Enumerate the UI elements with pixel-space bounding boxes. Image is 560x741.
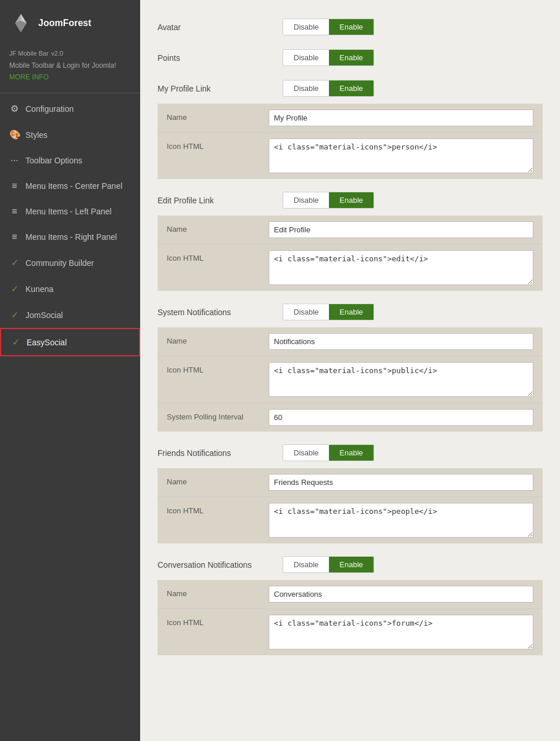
conversation-notifications-icon-textarea[interactable]: <i class="material-icons">forum</i> (269, 615, 533, 649)
my-profile-icon-textarea[interactable]: <i class="material-icons">person</i> (269, 138, 533, 173)
system-notifications-subpanel: Name Icon HTML <i class="material-icons"… (158, 327, 543, 432)
my-profile-link-label: My Profile Link (158, 84, 273, 93)
system-notifications-toggle[interactable]: Disable Enable (283, 304, 374, 320)
sidebar-item-label: Toolbar Options (25, 156, 82, 165)
points-disable-btn[interactable]: Disable (283, 50, 329, 65)
sidebar-item-jomsocial[interactable]: ✓ JomSocial (0, 302, 140, 328)
system-notifications-icon-textarea[interactable]: <i class="material-icons">public</i> (269, 362, 533, 397)
friends-notifications-row: Friends Notifications Disable Enable (158, 437, 543, 468)
palette-icon: 🎨 (9, 129, 20, 140)
system-polling-interval-input[interactable] (269, 409, 533, 426)
edit-profile-icon-row: Icon HTML <i class="material-icons">edit… (158, 244, 543, 291)
points-row: Points Disable Enable (158, 42, 543, 73)
conversation-notifications-disable-btn[interactable]: Disable (283, 557, 329, 572)
friends-notifications-disable-btn[interactable]: Disable (283, 445, 329, 461)
sidebar-item-label: Menu Items - Left Panel (25, 207, 112, 216)
sidebar: JoomForest JF Mobile Bar v2.0 Mobile Too… (0, 0, 140, 741)
system-notifications-disable-btn[interactable]: Disable (283, 304, 329, 320)
my-profile-icon-label: Icon HTML (167, 138, 259, 151)
conversation-notifications-icon-label: Icon HTML (167, 615, 259, 627)
points-enable-btn[interactable]: Enable (329, 50, 373, 65)
avatar-disable-btn[interactable]: Disable (283, 19, 329, 35)
conversation-notifications-row: Conversation Notifications Disable Enabl… (158, 549, 543, 580)
conversation-notifications-subpanel: Name Icon HTML <i class="material-icons"… (158, 580, 543, 655)
sidebar-item-menu-items-left[interactable]: ≡ Menu Items - Left Panel (0, 199, 140, 224)
edit-profile-disable-btn[interactable]: Disable (283, 192, 329, 208)
my-profile-link-row: My Profile Link Disable Enable (158, 73, 543, 104)
conversation-notifications-name-input[interactable] (269, 586, 533, 603)
sidebar-item-community-builder[interactable]: ✓ Community Builder (0, 250, 140, 276)
edit-profile-name-row: Name (158, 216, 543, 244)
conversation-notifications-icon-row: Icon HTML <i class="material-icons">foru… (158, 609, 543, 655)
main-content: Avatar Disable Enable Points Disable Ena… (140, 0, 560, 741)
friends-notifications-icon-row: Icon HTML <i class="material-icons">peop… (158, 497, 543, 543)
points-label: Points (158, 53, 273, 63)
friends-notifications-icon-label: Icon HTML (167, 503, 259, 515)
edit-profile-enable-btn[interactable]: Enable (329, 192, 373, 208)
sidebar-item-label: Configuration (25, 104, 74, 114)
system-notifications-name-row: Name (158, 327, 543, 356)
sidebar-item-label: EasySocial (27, 338, 67, 347)
my-profile-link-subpanel: Name Icon HTML <i class="material-icons"… (158, 104, 543, 179)
sidebar-item-label: Menu Items - Center Panel (25, 181, 122, 191)
system-notifications-name-input[interactable] (269, 333, 533, 350)
sidebar-item-styles[interactable]: 🎨 Styles (0, 122, 140, 148)
sidebar-item-label: Kunena (25, 284, 53, 294)
sidebar-item-kunena[interactable]: ✓ Kunena (0, 276, 140, 302)
system-notifications-name-label: Name (167, 333, 259, 345)
system-notifications-enable-btn[interactable]: Enable (329, 304, 373, 320)
sidebar-logo: JoomForest (0, 0, 140, 41)
sidebar-item-toolbar-options[interactable]: ··· Toolbar Options (0, 148, 140, 173)
avatar-toggle[interactable]: Disable Enable (283, 19, 374, 35)
sidebar-item-menu-items-center[interactable]: ≡ Menu Items - Center Panel (0, 173, 140, 199)
conversation-notifications-enable-btn[interactable]: Enable (329, 557, 373, 572)
more-info-link[interactable]: MORE INFO (0, 71, 140, 90)
edit-profile-link-toggle[interactable]: Disable Enable (283, 192, 374, 209)
menu-icon: ≡ (9, 181, 20, 191)
friends-notifications-toggle[interactable]: Disable Enable (283, 444, 374, 461)
menu-icon: ≡ (9, 232, 20, 242)
friends-notifications-name-label: Name (167, 474, 259, 486)
avatar-row: Avatar Disable Enable (158, 12, 543, 42)
sidebar-item-menu-items-right[interactable]: ≡ Menu Items - Right Panel (0, 224, 140, 250)
sidebar-item-easysocial[interactable]: ✓ EasySocial (0, 328, 140, 356)
sidebar-item-label: Menu Items - Right Panel (25, 232, 117, 242)
conversation-notifications-name-row: Name (158, 580, 543, 609)
edit-profile-name-label: Name (167, 221, 259, 233)
edit-profile-name-input[interactable] (269, 221, 533, 238)
system-polling-interval-row: System Polling Interval (158, 403, 543, 432)
system-polling-interval-label: System Polling Interval (167, 409, 259, 421)
check-icon: ✓ (9, 309, 20, 320)
points-toggle[interactable]: Disable Enable (283, 49, 374, 66)
my-profile-name-input[interactable] (269, 109, 533, 126)
gear-icon: ⚙ (9, 103, 20, 114)
logo-icon (9, 12, 32, 35)
check-icon: ✓ (10, 337, 21, 348)
my-profile-link-toggle[interactable]: Disable Enable (283, 80, 374, 97)
avatar-enable-btn[interactable]: Enable (329, 19, 373, 35)
system-notifications-row: System Notifications Disable Enable (158, 297, 543, 327)
sidebar-item-label: Community Builder (25, 258, 94, 268)
check-icon: ✓ (9, 257, 20, 268)
friends-notifications-enable-btn[interactable]: Enable (329, 445, 373, 461)
conversation-notifications-toggle[interactable]: Disable Enable (283, 556, 374, 573)
my-profile-disable-btn[interactable]: Disable (283, 81, 329, 96)
logo-text: JoomForest (38, 18, 91, 28)
sidebar-item-configuration[interactable]: ⚙ Configuration (0, 96, 140, 122)
my-profile-enable-btn[interactable]: Enable (329, 81, 373, 96)
system-notifications-icon-row: Icon HTML <i class="material-icons">publ… (158, 356, 543, 403)
edit-profile-link-row: Edit Profile Link Disable Enable (158, 185, 543, 216)
my-profile-name-label: Name (167, 109, 259, 122)
friends-notifications-label: Friends Notifications (158, 448, 273, 458)
menu-icon: ≡ (9, 206, 20, 217)
sidebar-item-label: JomSocial (25, 311, 63, 320)
friends-notifications-name-input[interactable] (269, 474, 533, 491)
check-icon: ✓ (9, 283, 20, 294)
avatar-label: Avatar (158, 23, 273, 32)
sidebar-item-label: Styles (25, 130, 47, 140)
my-profile-icon-row: Icon HTML <i class="material-icons">pers… (158, 133, 543, 179)
friends-notifications-icon-textarea[interactable]: <i class="material-icons">people</i> (269, 503, 533, 538)
edit-profile-icon-textarea[interactable]: <i class="material-icons">edit</i> (269, 250, 533, 285)
conversation-notifications-label: Conversation Notifications (158, 560, 273, 570)
app-subtitle: Mobile Toolbar & Login for Joomla! (0, 60, 140, 71)
